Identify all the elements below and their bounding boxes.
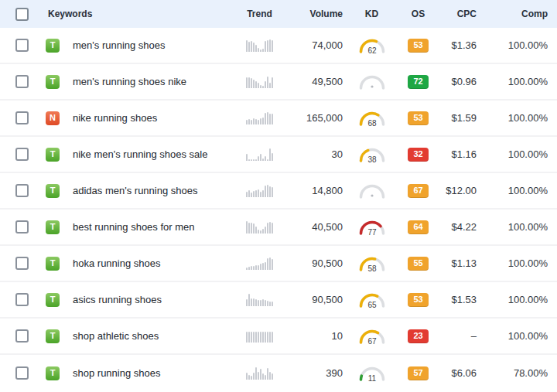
column-header-cpc[interactable]: CPC — [439, 9, 480, 19]
keyword-link[interactable]: hoka running shoes — [73, 257, 160, 269]
cpc-value: $1.59 — [439, 112, 480, 124]
intent-badge-icon: T — [46, 184, 60, 198]
kd-gauge: 38 — [347, 145, 397, 163]
table-header: Keywords Trend Volume KD OS CPC Comp — [0, 0, 557, 28]
kd-value: 58 — [367, 264, 377, 273]
kd-gauge — [347, 73, 397, 90]
kd-gauge: 62 — [347, 36, 397, 54]
comp-value: 100.00% — [480, 330, 557, 342]
keyword-link[interactable]: men's running shoes — [73, 39, 166, 51]
row-checkbox[interactable] — [15, 329, 29, 343]
kd-gauge: 65 — [347, 291, 397, 308]
table-row: T men's running shoes nike 49,500 72 $0.… — [0, 64, 557, 101]
os-badge: 67 — [408, 184, 429, 198]
os-badge: 72 — [408, 75, 429, 89]
keyword-link[interactable]: adidas men's running shoes — [73, 185, 197, 196]
os-badge: 57 — [408, 366, 429, 380]
row-checkbox[interactable] — [15, 257, 29, 270]
kd-value: 38 — [367, 155, 377, 164]
volume-value: 165,000 — [281, 112, 347, 124]
kd-gauge: 68 — [347, 109, 397, 127]
keyword-link[interactable]: shop athletic shoes — [73, 330, 159, 342]
column-header-trend[interactable]: Trend — [238, 9, 281, 19]
trend-sparkline — [246, 148, 273, 161]
comp-value: 100.00% — [480, 112, 557, 124]
column-header-os[interactable]: OS — [397, 9, 439, 19]
intent-badge-icon: T — [46, 366, 60, 380]
comp-value: 100.00% — [480, 257, 557, 269]
keyword-link[interactable]: shop running shoes — [73, 367, 160, 379]
keyword-link[interactable]: asics running shoes — [73, 294, 162, 305]
row-checkbox[interactable] — [15, 293, 29, 306]
intent-badge-icon: T — [46, 293, 60, 307]
cpc-value: $1.13 — [439, 257, 480, 269]
cpc-value: $12.00 — [439, 185, 480, 196]
volume-value: 390 — [281, 367, 347, 379]
volume-value: 90,500 — [281, 294, 347, 305]
column-header-comp[interactable]: Comp — [480, 9, 557, 19]
comp-value: 100.00% — [480, 185, 557, 196]
table-body: T men's running shoes 74,000 62 53 $1.36… — [0, 28, 557, 391]
row-checkbox[interactable] — [15, 75, 29, 88]
row-checkbox[interactable] — [15, 220, 29, 233]
keyword-link[interactable]: nike men's running shoes sale — [73, 148, 207, 160]
trend-sparkline — [246, 294, 273, 306]
intent-badge-icon: T — [46, 39, 60, 53]
keyword-table: Keywords Trend Volume KD OS CPC Comp T m… — [0, 0, 557, 391]
column-header-volume[interactable]: Volume — [281, 9, 347, 19]
kd-value: 11 — [367, 374, 376, 383]
kd-gauge: 67 — [347, 327, 397, 345]
comp-value: 100.00% — [480, 76, 557, 87]
cpc-value: $4.22 — [439, 221, 480, 233]
intent-badge-icon: T — [46, 329, 60, 343]
table-row: N nike running shoes 165,000 68 53 $1.59… — [0, 101, 557, 137]
os-badge: 55 — [408, 257, 429, 271]
comp-value: 78.00% — [480, 367, 557, 379]
kd-value: 77 — [367, 228, 377, 237]
volume-value: 30 — [281, 148, 347, 160]
trend-sparkline — [246, 185, 273, 197]
cpc-value: $1.16 — [439, 148, 480, 160]
comp-value: 100.00% — [480, 294, 557, 305]
row-checkbox[interactable] — [15, 184, 29, 197]
cpc-value: $0.96 — [439, 76, 480, 87]
kd-gauge: 77 — [347, 218, 397, 236]
keyword-link[interactable]: nike running shoes — [73, 112, 157, 124]
comp-value: 100.00% — [480, 221, 557, 233]
trend-sparkline — [246, 367, 273, 380]
os-badge: 23 — [408, 329, 429, 343]
cpc-value: $1.36 — [439, 39, 480, 51]
row-checkbox[interactable] — [15, 366, 29, 380]
table-row: T shop athletic shoes 10 67 23 – 100.00% — [0, 319, 557, 355]
intent-badge-icon: T — [46, 75, 60, 89]
table-row: T shop running shoes 390 11 57 $6.06 78.… — [0, 355, 557, 391]
select-all-checkbox[interactable] — [15, 8, 29, 21]
os-badge: 32 — [408, 148, 429, 162]
volume-value: 90,500 — [281, 257, 347, 269]
row-checkbox[interactable] — [15, 39, 29, 52]
intent-badge-icon: T — [46, 220, 60, 234]
comp-value: 100.00% — [480, 148, 557, 160]
table-row: T asics running shoes 90,500 65 53 $1.53… — [0, 282, 557, 319]
os-badge: 53 — [408, 293, 429, 307]
kd-value: 68 — [367, 119, 377, 128]
volume-value: 14,800 — [281, 185, 347, 196]
row-checkbox[interactable] — [15, 148, 29, 161]
kd-value: 65 — [367, 301, 377, 309]
volume-value: 40,500 — [281, 221, 347, 233]
column-header-kd[interactable]: KD — [347, 9, 397, 19]
table-row: T best running shoes for men 40,500 77 6… — [0, 210, 557, 246]
volume-value: 74,000 — [281, 39, 347, 51]
trend-sparkline — [246, 76, 273, 88]
intent-badge-icon: T — [46, 257, 60, 271]
intent-badge-icon: N — [46, 111, 60, 125]
column-header-keywords[interactable]: Keywords — [40, 9, 238, 19]
kd-gauge — [347, 182, 397, 199]
os-badge: 53 — [408, 39, 429, 53]
row-checkbox[interactable] — [15, 111, 29, 124]
trend-sparkline — [246, 221, 273, 233]
comp-value: 100.00% — [480, 39, 557, 51]
keyword-link[interactable]: men's running shoes nike — [73, 76, 186, 87]
trend-sparkline — [246, 257, 273, 270]
keyword-link[interactable]: best running shoes for men — [73, 221, 195, 233]
